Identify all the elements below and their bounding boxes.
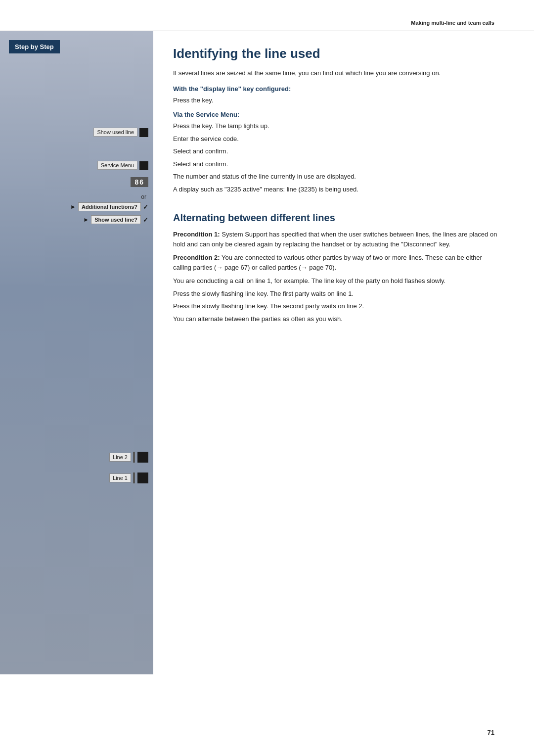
section1-instruction7: A display such as "3235 active" means: l… [173, 185, 499, 194]
section2-instruction2: Press the slowly flashing line key. The … [173, 289, 499, 299]
section2-instruction1: You are conducting a call on line 1, for… [173, 276, 499, 286]
show-used-line-label: Show used line [93, 128, 137, 137]
header-title: Making multi-line and team calls [411, 20, 494, 26]
section1-subheading2: Via the Service Menu: [173, 111, 499, 118]
service-code: 86 [131, 177, 148, 187]
show-used-line-menu-label: Show used line? [91, 215, 141, 224]
section1-intro: If several lines are seized at the same … [173, 68, 499, 78]
checkmark-2: ✓ [143, 216, 148, 224]
main-content: Identifying the line used If several lin… [153, 31, 534, 674]
line2-indicator [133, 452, 148, 463]
triangle-icon-2: ► [83, 216, 89, 223]
service-menu-label: Service Menu [97, 161, 137, 170]
show-used-line-key[interactable]: Show used line [93, 128, 148, 138]
additional-functions-label: Additional functions? [78, 202, 141, 211]
section1-instruction4: Select and confirm. [173, 146, 499, 156]
line2-key-row[interactable]: Line 2 [109, 452, 148, 463]
service-menu-key[interactable]: Service Menu [97, 161, 148, 171]
checkmark-1: ✓ [143, 203, 148, 211]
additional-functions-row[interactable]: ► Additional functions? ✓ [70, 202, 148, 211]
triangle-icon-1: ► [70, 203, 76, 210]
line2-label: Line 2 [109, 453, 131, 462]
section1-instruction3: Enter the service code. [173, 134, 499, 144]
section2-precondition1: Precondition 1: System Support has speci… [173, 230, 499, 249]
show-used-line-indicator [139, 128, 148, 137]
service-menu-indicator [139, 161, 148, 170]
precondition1-label: Precondition 1: [173, 231, 220, 238]
section2-precondition2: Precondition 2: You are connected to var… [173, 253, 499, 272]
section1-instruction2: Press the key. The lamp lights up. [173, 121, 499, 131]
section1-instruction1: Press the key. [173, 95, 499, 105]
sidebar: Step by Step Show used line Service Menu [0, 31, 153, 674]
section1-instruction6: The number and status of the line curren… [173, 172, 499, 182]
line1-label: Line 1 [109, 473, 131, 482]
section2-instruction4: You can alternate between the parties as… [173, 314, 499, 324]
show-used-line-menu-row[interactable]: ► Show used line? ✓ [83, 215, 148, 224]
page-header: Making multi-line and team calls [0, 0, 534, 31]
section1-subheading1: With the "display line" key configured: [173, 85, 499, 93]
section1-title: Identifying the line used [173, 46, 499, 61]
section2-title: Alternating between different lines [173, 212, 499, 224]
precondition1-text: System Support has specified that when t… [173, 231, 497, 248]
line1-key-row[interactable]: Line 1 [109, 472, 148, 483]
section2-instruction3: Press the slowly flashing line key. The … [173, 301, 499, 311]
precondition2-label: Precondition 2: [173, 254, 220, 261]
section1-instruction5: Select and confirm. [173, 159, 499, 169]
page-number: 71 [488, 729, 494, 736]
line1-indicator [133, 472, 148, 483]
or-text: or [141, 193, 146, 200]
